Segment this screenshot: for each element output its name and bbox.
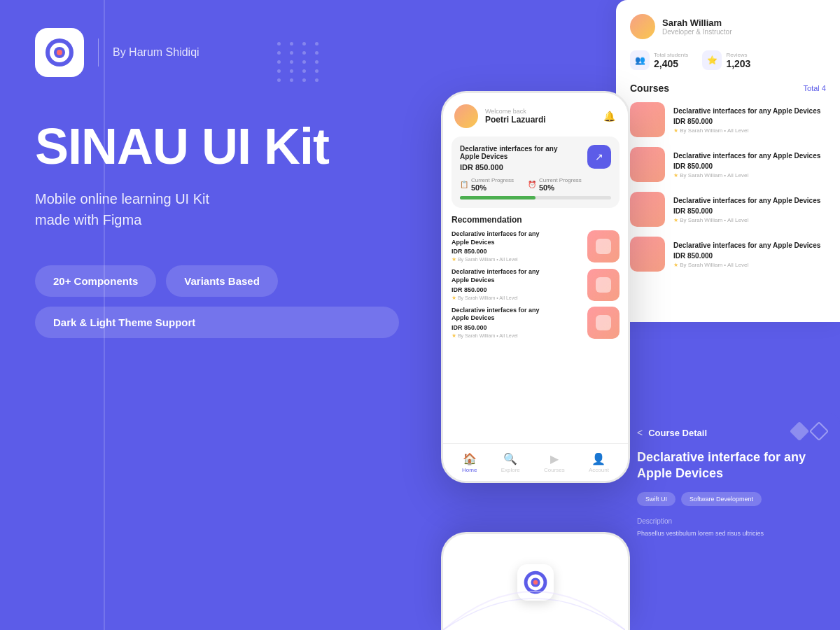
progress-bar <box>460 196 611 200</box>
reviews-info: Reviews 1,203 <box>726 52 750 69</box>
notification-bell-icon[interactable]: 🔔 <box>601 108 617 124</box>
detail-header-title: Course Detail <box>648 428 707 438</box>
tag-software[interactable]: Software Development <box>681 492 762 506</box>
progress-info-2: Current Progress 50% <box>539 177 582 192</box>
reviews-value: 1,203 <box>726 58 750 69</box>
course-item-2[interactable]: Declarative interfaces for any Apple Dev… <box>630 147 826 182</box>
instructor-name: Sarah William <box>662 18 732 28</box>
nav-home[interactable]: 🏠 Home <box>462 452 477 473</box>
courses-icon: ▶ <box>550 452 559 465</box>
rec-info-3: Declarative interfaces for any Apple Dev… <box>451 307 587 339</box>
diamond-decorations <box>792 424 826 438</box>
course-item-4[interactable]: Declarative interfaces for any Apple Dev… <box>630 237 826 272</box>
badge-variants[interactable]: Variants Based <box>166 265 278 297</box>
courses-panel-title: Courses <box>630 83 669 94</box>
left-section: By Harum Shidiqi SINAU UI Kit Mobile onl… <box>0 0 434 630</box>
rec-info-1: Declarative interfaces for any Apple Dev… <box>451 230 587 262</box>
nav-explore[interactable]: 🔍 Explore <box>501 452 520 473</box>
nav-courses-label: Courses <box>544 467 565 473</box>
tag-swift[interactable]: Swift UI <box>637 492 676 506</box>
nav-courses[interactable]: ▶ Courses <box>544 452 565 473</box>
badge-components[interactable]: 20+ Components <box>35 265 156 297</box>
user-name: Poetri Lazuardi <box>485 115 601 125</box>
course-thumb-2 <box>630 147 665 182</box>
user-avatar <box>454 104 478 128</box>
app-logo <box>35 28 84 77</box>
featured-card: Declarative interfaces for any Apple Dev… <box>451 136 620 208</box>
home-icon: 🏠 <box>463 452 477 465</box>
diamond-outline <box>809 421 829 441</box>
reviews-label: Reviews <box>726 52 750 58</box>
students-icon: 👥 <box>630 50 650 70</box>
progress-icon-1: 📋 <box>460 181 468 188</box>
nav-account[interactable]: 👤 Account <box>589 452 609 473</box>
description-text: Phasellus vestibulum lorem sed risus ult… <box>637 529 826 539</box>
hero-title: SINAU UI Kit <box>35 119 399 174</box>
welcome-section: Welcome back Poetri Lazuardi <box>485 108 601 125</box>
logo-area: By Harum Shidiqi <box>35 28 399 77</box>
stat-students: 👥 Total students 2,405 <box>630 50 688 70</box>
students-value: 2,405 <box>654 58 688 69</box>
progress-item-1: 📋 Current Progress 50% <box>460 177 514 192</box>
instructor-row: Sarah William Developer & Instructor <box>630 14 826 39</box>
logo-divider <box>98 38 99 66</box>
course-info-3: Declarative interfaces for any Apple Dev… <box>673 196 826 223</box>
curve-decoration <box>443 539 625 630</box>
diamond-solid <box>790 421 809 441</box>
svg-point-3 <box>57 50 62 55</box>
phone-bottom-mockup <box>441 532 630 630</box>
phone-screen: Welcome back Poetri Lazuardi 🔔 Declarati… <box>441 91 630 483</box>
instructor-avatar <box>630 14 655 39</box>
by-author: By Harum Shidiqi <box>113 46 200 59</box>
students-info: Total students 2,405 <box>654 52 688 69</box>
welcome-text: Welcome back <box>485 108 601 115</box>
detail-card: < Course Detail Declarative interface fo… <box>623 413 840 630</box>
course-info-1: Declarative interfaces for any Apple Dev… <box>673 106 826 134</box>
stats-row: 👥 Total students 2,405 ⭐ Reviews 1,203 <box>630 50 826 70</box>
dot-pattern <box>277 42 322 82</box>
progress-info-1: Current Progress 50% <box>471 177 514 192</box>
course-item-1[interactable]: Declarative interfaces for any Apple Dev… <box>630 102 826 137</box>
reviews-icon: ⭐ <box>702 50 722 70</box>
instructor-info: Sarah William Developer & Instructor <box>662 18 732 36</box>
hero-subtitle: Mobile online learning UI Kit made with … <box>35 188 399 230</box>
description-label: Description <box>637 517 826 525</box>
phone-mockup: Welcome back Poetri Lazuardi 🔔 Declarati… <box>441 91 630 483</box>
nav-explore-label: Explore <box>501 467 520 473</box>
rec-card-3[interactable]: Declarative interfaces for any Apple Dev… <box>451 307 620 339</box>
featured-action-button[interactable]: ↗ <box>587 145 611 169</box>
instructor-role: Developer & Instructor <box>662 28 732 36</box>
phone-header: Welcome back Poetri Lazuardi 🔔 <box>443 93 628 136</box>
badge-theme[interactable]: Dark & Light Theme Support <box>35 307 399 338</box>
progress-fill <box>460 196 536 200</box>
back-button[interactable]: < <box>637 427 643 438</box>
courses-panel: Sarah William Developer & Instructor 👥 T… <box>616 0 840 322</box>
rec-thumb-3 <box>587 307 620 339</box>
nav-account-label: Account <box>589 467 609 473</box>
course-info-2: Declarative interfaces for any Apple Dev… <box>673 151 826 178</box>
course-item-3[interactable]: Declarative interfaces for any Apple Dev… <box>630 192 826 227</box>
progress-icon-2: ⏰ <box>528 181 536 188</box>
courses-total: Total 4 <box>804 84 826 92</box>
progress-item-2: ⏰ Current Progress 50% <box>528 177 582 192</box>
detail-course-title: Declarative interface for any Apple Devi… <box>637 449 826 482</box>
courses-header: Courses Total 4 <box>630 83 826 94</box>
rec-thumb-2 <box>587 269 620 301</box>
recommendation-section: Recommendation Declarative interfaces fo… <box>443 215 628 339</box>
separator <box>104 0 105 630</box>
nav-home-label: Home <box>462 467 477 473</box>
rec-info-2: Declarative interfaces for any Apple Dev… <box>451 268 587 300</box>
course-thumb-4 <box>630 237 665 272</box>
rec-thumb-1 <box>587 230 620 262</box>
feature-badges: 20+ Components Variants Based Dark & Lig… <box>35 265 399 338</box>
explore-icon: 🔍 <box>503 452 517 465</box>
account-icon: 👤 <box>592 452 606 465</box>
rec-card-1[interactable]: Declarative interfaces for any Apple Dev… <box>451 230 620 262</box>
rec-card-2[interactable]: Declarative interfaces for any Apple Dev… <box>451 268 620 300</box>
course-info-4: Declarative interfaces for any Apple Dev… <box>673 241 826 268</box>
stat-reviews: ⭐ Reviews 1,203 <box>702 50 750 70</box>
detail-tags: Swift UI Software Development <box>637 492 826 506</box>
featured-title: Declarative interfaces for any Apple Dev… <box>460 145 558 160</box>
progress-row: 📋 Current Progress 50% ⏰ Current Progres… <box>460 177 611 192</box>
logo-svg <box>44 37 75 68</box>
